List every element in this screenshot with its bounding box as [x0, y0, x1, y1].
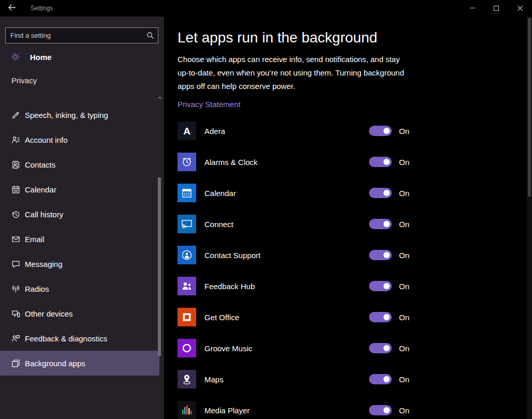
background-toggle-alarms-clock[interactable] [369, 157, 392, 167]
app-row-contact-support: Contact SupportOn [178, 240, 426, 271]
toggle-knob [383, 314, 390, 320]
sidebar-item-label: Email [25, 235, 45, 244]
radios-icon [11, 285, 20, 293]
toggle-knob [383, 128, 390, 134]
app-list: AAderaOnAlarms & ClockOnCalendarOnConnec… [178, 115, 426, 419]
toggle-state-label: On [399, 313, 409, 322]
app-row-calendar: CalendarOn [178, 177, 426, 208]
background-toggle-connect[interactable] [369, 219, 392, 229]
background-toggle-feedback-hub[interactable] [369, 281, 392, 291]
scroll-up-arrow[interactable] [157, 95, 162, 101]
sidebar-item-feedback-diagnostics[interactable]: Feedback & diagnostics [0, 326, 159, 351]
background-toggle-media-player[interactable] [369, 405, 392, 415]
sidebar-item-background-apps[interactable]: Background apps [0, 351, 159, 376]
sidebar-item-label: Speech, inking, & typing [25, 111, 108, 119]
app-name: Feedback Hub [204, 282, 369, 291]
app-name: Calendar [204, 189, 369, 198]
window-title: Settings [31, 5, 53, 12]
app-row-connect: ConnectOn [178, 208, 426, 240]
sidebar-item-email[interactable]: Email [0, 227, 159, 251]
get-office-app-icon [178, 308, 196, 326]
minimize-button[interactable] [461, 0, 484, 17]
toggle-state-label: On [399, 282, 409, 291]
sidebar-item-label: Background apps [25, 359, 85, 368]
background-toggle-maps[interactable] [369, 374, 392, 384]
close-button[interactable] [508, 0, 532, 17]
toggle-state-label: On [399, 344, 409, 353]
titlebar: Settings [0, 0, 532, 17]
search-input[interactable] [6, 28, 142, 43]
sidebar-item-home[interactable]: Home [0, 49, 159, 65]
main-scrollbar[interactable] [527, 17, 532, 419]
app-name: Maps [204, 375, 369, 384]
search-icon[interactable] [142, 32, 158, 39]
toggle-state-label: On [399, 158, 409, 167]
background-toggle-contact-support[interactable] [369, 250, 392, 260]
toggle-knob [383, 221, 390, 227]
sidebar-scrollbar[interactable] [157, 95, 162, 419]
toggle-state-label: On [399, 220, 409, 229]
page-description: Choose which apps can receive info, send… [178, 53, 413, 93]
toggle-state-label: On [399, 127, 409, 136]
sidebar-item-speech-inking-typing[interactable]: Speech, inking, & typing [0, 102, 159, 127]
background-toggle-adera[interactable] [369, 126, 392, 136]
app-row-get-office: Get OfficeOn [178, 302, 426, 333]
app-name: Media Player [204, 406, 369, 415]
sidebar-item-label: Feedback & diagnostics [25, 334, 107, 343]
sidebar-item-radios[interactable]: Radios [0, 276, 159, 301]
email-icon [11, 235, 20, 244]
adera-app-icon: A [178, 122, 196, 140]
app-name: Get Office [204, 313, 369, 322]
privacy-section-label: Privacy [11, 76, 37, 85]
groove-music-app-icon [178, 339, 196, 357]
settings-window: Settings Home Privacy Speech, inking, & … [0, 0, 532, 419]
window-controls [461, 0, 532, 17]
calendar-app-icon [178, 184, 196, 202]
app-row-feedback-hub: Feedback HubOn [178, 271, 426, 302]
background-toggle-get-office[interactable] [369, 312, 392, 322]
media-player-app-icon [178, 401, 196, 419]
sidebar-item-label: Messaging [25, 260, 63, 268]
sidebar-item-label: Account info [25, 136, 68, 144]
feedback-hub-app-icon [178, 277, 196, 295]
back-button[interactable] [0, 0, 24, 17]
other-devices-icon [11, 309, 20, 318]
sidebar-nav: Speech, inking, & typingAccount infoCont… [0, 102, 159, 376]
sidebar-item-contacts[interactable]: Contacts [0, 152, 159, 177]
maps-app-icon [178, 370, 196, 388]
minimize-icon [470, 5, 476, 12]
app-row-adera: AAderaOn [178, 115, 426, 146]
app-name: Contact Support [204, 251, 369, 260]
contact-support-app-icon [178, 246, 196, 264]
contacts-icon [11, 160, 20, 169]
sidebar-item-label: Other devices [25, 309, 73, 318]
sidebar-item-messaging[interactable]: Messaging [0, 251, 159, 276]
alarms-clock-app-icon [178, 153, 196, 171]
app-name: Alarms & Clock [204, 158, 369, 167]
speech-inking-typing-icon [11, 111, 20, 119]
home-label: Home [30, 53, 52, 62]
sidebar-item-other-devices[interactable]: Other devices [0, 301, 159, 326]
calendar-icon [11, 185, 20, 194]
background-toggle-calendar[interactable] [369, 188, 392, 198]
background-apps-icon [11, 359, 20, 368]
privacy-statement-link[interactable]: Privacy Statement [178, 100, 241, 109]
toggle-knob [383, 283, 390, 289]
messaging-icon [11, 260, 20, 268]
call-history-icon [11, 210, 20, 219]
maximize-icon [494, 5, 499, 12]
search-box[interactable] [5, 27, 158, 43]
toggle-knob [383, 159, 390, 165]
maximize-button[interactable] [484, 0, 508, 17]
background-toggle-groove-music[interactable] [369, 343, 392, 353]
sidebar-scrollbar-thumb[interactable] [158, 177, 161, 356]
sidebar-item-call-history[interactable]: Call history [0, 202, 159, 227]
feedback-diagnostics-icon [11, 334, 20, 343]
sidebar-item-calendar[interactable]: Calendar [0, 177, 159, 202]
sidebar-item-label: Calendar [25, 185, 56, 194]
app-name: Groove Music [204, 344, 369, 353]
main-scrollbar-thumb[interactable] [528, 18, 531, 197]
app-body: Home Privacy Speech, inking, & typingAcc… [0, 17, 532, 419]
sidebar-item-account-info[interactable]: Account info [0, 127, 159, 152]
toggle-state-label: On [399, 251, 409, 260]
